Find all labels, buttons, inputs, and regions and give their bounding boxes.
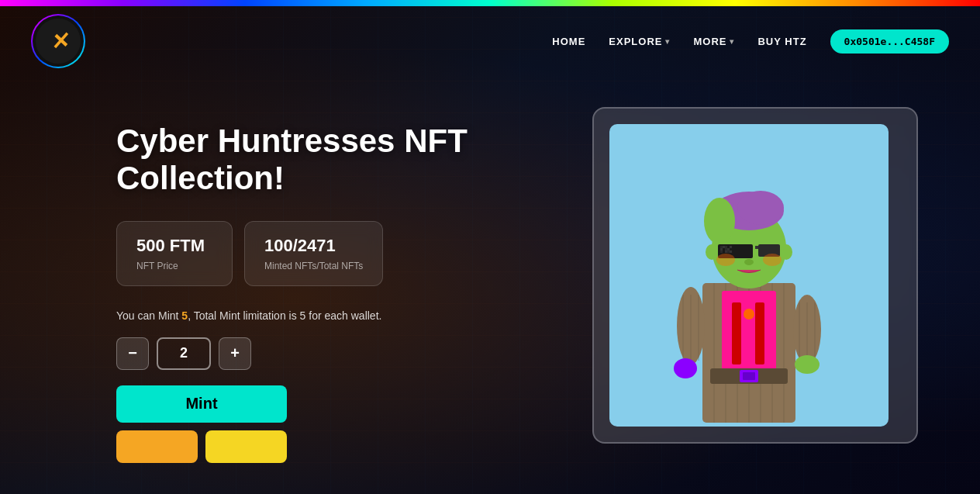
explore-chevron-icon: ▾ xyxy=(665,37,670,46)
svg-rect-44 xyxy=(727,250,730,253)
secondary-button-2[interactable] xyxy=(205,430,287,463)
svg-rect-30 xyxy=(755,246,758,249)
secondary-buttons xyxy=(116,430,561,463)
svg-rect-37 xyxy=(723,248,725,250)
mint-info: You can Mint 5, Total Mint limitation is… xyxy=(116,309,561,322)
nav-home[interactable]: HOME xyxy=(552,36,585,47)
svg-point-25 xyxy=(780,244,792,260)
svg-rect-31 xyxy=(720,246,723,248)
svg-point-11 xyxy=(744,309,754,320)
svg-point-47 xyxy=(744,259,754,265)
svg-point-48 xyxy=(716,254,735,266)
svg-rect-9 xyxy=(732,302,741,364)
minted-value: 100/2471 xyxy=(264,236,363,256)
logo-circle: ✕ xyxy=(31,14,85,68)
svg-point-20 xyxy=(795,355,820,374)
svg-rect-45 xyxy=(730,250,732,253)
logo-inner: ✕ xyxy=(36,19,81,64)
svg-point-24 xyxy=(706,244,718,260)
logo-container[interactable]: ✕ xyxy=(31,14,85,68)
secondary-button-1[interactable] xyxy=(116,430,198,463)
nav-buy-htz[interactable]: BUY HTZ xyxy=(757,36,806,47)
svg-rect-10 xyxy=(755,302,764,364)
svg-rect-32 xyxy=(723,246,725,248)
increase-quantity-button[interactable]: + xyxy=(219,337,251,370)
svg-rect-39 xyxy=(727,248,730,250)
price-label: NFT Price xyxy=(136,261,212,271)
minted-stat-card: 100/2471 Minted NFTs/Total NFTs xyxy=(244,221,383,286)
nft-card xyxy=(592,107,918,444)
price-value: 500 FTM xyxy=(136,236,212,256)
rainbow-bar xyxy=(0,0,980,6)
svg-rect-36 xyxy=(720,248,723,250)
svg-point-27 xyxy=(737,191,784,225)
minted-label: Minted NFTs/Total NFTs xyxy=(264,261,363,271)
right-section xyxy=(592,107,918,444)
svg-rect-42 xyxy=(723,250,725,253)
svg-rect-41 xyxy=(720,250,723,253)
svg-point-28 xyxy=(704,198,735,244)
quantity-row: − 2 + xyxy=(116,337,561,370)
svg-rect-52 xyxy=(743,372,755,380)
quantity-display: 2 xyxy=(157,337,211,370)
header: ✕ HOME EXPLORE ▾ MORE ▾ BUY HTZ 0x0501e.… xyxy=(0,6,980,76)
nft-character-image xyxy=(640,140,858,427)
decrease-quantity-button[interactable]: − xyxy=(116,337,149,370)
left-section: Cyber Huntresses NFT Collection! 500 FTM… xyxy=(116,107,592,463)
svg-rect-34 xyxy=(727,246,730,248)
main-content: Cyber Huntresses NFT Collection! 500 FTM… xyxy=(0,76,980,494)
svg-rect-33 xyxy=(725,246,727,248)
logo-icon: ✕ xyxy=(47,27,69,55)
nav-explore[interactable]: EXPLORE ▾ xyxy=(609,36,670,47)
svg-rect-40 xyxy=(730,248,732,250)
page-title: Cyber Huntresses NFT Collection! xyxy=(116,123,561,198)
mint-highlight: 5 xyxy=(181,309,188,322)
nft-image-container xyxy=(609,124,889,427)
svg-point-21 xyxy=(674,358,697,378)
price-stat-card: 500 FTM NFT Price xyxy=(116,221,233,286)
stats-row: 500 FTM NFT Price 100/2471 Minted NFTs/T… xyxy=(116,221,561,286)
nav-links: HOME EXPLORE ▾ MORE ▾ BUY HTZ 0x0501e...… xyxy=(552,29,949,54)
more-chevron-icon: ▾ xyxy=(730,37,734,46)
nav-more[interactable]: MORE ▾ xyxy=(693,36,734,47)
svg-point-49 xyxy=(763,254,782,266)
svg-rect-35 xyxy=(730,246,732,248)
mint-button[interactable]: Mint xyxy=(116,385,287,423)
wallet-button[interactable]: 0x0501e...C458F xyxy=(830,29,949,54)
svg-rect-43 xyxy=(725,250,727,253)
svg-rect-38 xyxy=(725,248,727,250)
